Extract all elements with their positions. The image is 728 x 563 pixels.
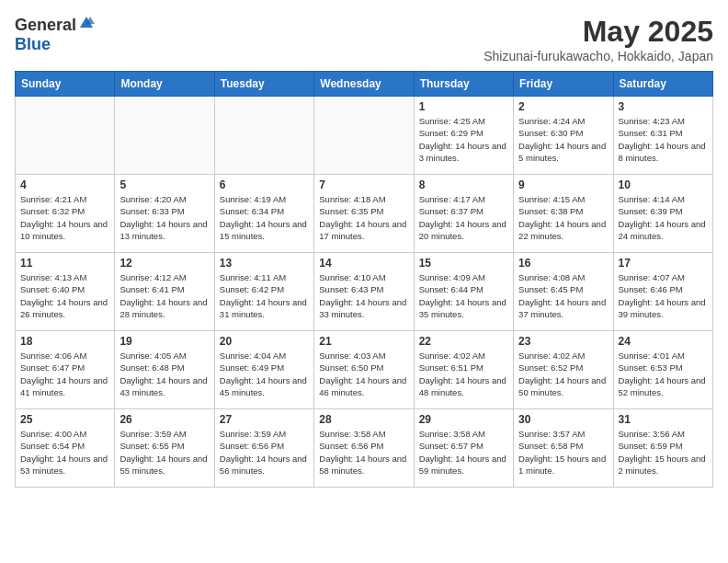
day-info: Sunrise: 4:21 AM Sunset: 6:32 PM Dayligh… xyxy=(20,193,109,242)
day-info: Sunrise: 4:23 AM Sunset: 6:31 PM Dayligh… xyxy=(619,115,708,164)
calendar-cell: 10Sunrise: 4:14 AM Sunset: 6:39 PM Dayli… xyxy=(613,175,712,253)
day-number: 7 xyxy=(319,178,408,191)
week-row-2: 4Sunrise: 4:21 AM Sunset: 6:32 PM Daylig… xyxy=(16,175,713,253)
day-info: Sunrise: 4:02 AM Sunset: 6:52 PM Dayligh… xyxy=(518,350,608,398)
day-number: 23 xyxy=(518,335,608,348)
weekday-header-friday: Friday xyxy=(514,72,613,97)
calendar-cell: 14Sunrise: 4:10 AM Sunset: 6:43 PM Dayli… xyxy=(314,253,414,331)
weekday-header-sunday: Sunday xyxy=(16,72,115,97)
day-number: 20 xyxy=(220,335,309,348)
day-number: 21 xyxy=(319,335,408,348)
title-block: May 2025 Shizunai-furukawacho, Hokkaido,… xyxy=(483,15,713,63)
day-number: 27 xyxy=(220,413,309,426)
day-number: 9 xyxy=(518,178,608,191)
day-number: 31 xyxy=(619,413,708,426)
day-number: 30 xyxy=(518,413,608,426)
weekday-header-tuesday: Tuesday xyxy=(214,72,313,97)
calendar-cell: 1Sunrise: 4:25 AM Sunset: 6:29 PM Daylig… xyxy=(414,97,513,175)
day-number: 6 xyxy=(220,178,309,191)
calendar-cell: 9Sunrise: 4:15 AM Sunset: 6:38 PM Daylig… xyxy=(514,175,613,253)
calendar-cell: 20Sunrise: 4:04 AM Sunset: 6:49 PM Dayli… xyxy=(214,331,313,409)
calendar-cell: 7Sunrise: 4:18 AM Sunset: 6:35 PM Daylig… xyxy=(314,175,414,253)
calendar-cell: 27Sunrise: 3:59 AM Sunset: 6:56 PM Dayli… xyxy=(214,409,313,488)
day-number: 8 xyxy=(419,178,508,191)
page-header: General Blue May 2025 Shizunai-furukawac… xyxy=(15,15,713,63)
weekday-header-saturday: Saturday xyxy=(613,72,712,97)
day-number: 11 xyxy=(20,257,109,270)
day-info: Sunrise: 4:20 AM Sunset: 6:33 PM Dayligh… xyxy=(119,193,209,242)
day-info: Sunrise: 3:57 AM Sunset: 6:58 PM Dayligh… xyxy=(518,428,608,477)
day-info: Sunrise: 4:09 AM Sunset: 6:44 PM Dayligh… xyxy=(419,271,508,320)
day-number: 17 xyxy=(619,257,708,270)
logo-general-text: General xyxy=(15,16,76,35)
calendar-cell: 26Sunrise: 3:59 AM Sunset: 6:55 PM Dayli… xyxy=(115,409,214,488)
calendar-cell: 17Sunrise: 4:07 AM Sunset: 6:46 PM Dayli… xyxy=(613,253,712,331)
calendar-cell xyxy=(16,97,115,175)
day-number: 29 xyxy=(419,413,508,426)
week-row-3: 11Sunrise: 4:13 AM Sunset: 6:40 PM Dayli… xyxy=(16,253,713,331)
calendar-cell: 23Sunrise: 4:02 AM Sunset: 6:52 PM Dayli… xyxy=(514,331,613,409)
calendar-cell: 31Sunrise: 3:56 AM Sunset: 6:59 PM Dayli… xyxy=(613,409,712,488)
day-info: Sunrise: 4:08 AM Sunset: 6:45 PM Dayligh… xyxy=(518,271,608,320)
day-info: Sunrise: 3:56 AM Sunset: 6:59 PM Dayligh… xyxy=(619,428,708,477)
day-info: Sunrise: 4:01 AM Sunset: 6:53 PM Dayligh… xyxy=(619,350,708,398)
logo-icon xyxy=(78,15,95,31)
day-number: 28 xyxy=(319,413,408,426)
calendar-cell: 5Sunrise: 4:20 AM Sunset: 6:33 PM Daylig… xyxy=(115,175,214,253)
calendar-cell: 24Sunrise: 4:01 AM Sunset: 6:53 PM Dayli… xyxy=(613,331,712,409)
day-number: 3 xyxy=(619,100,708,113)
weekday-header-row: SundayMondayTuesdayWednesdayThursdayFrid… xyxy=(16,72,713,97)
calendar-cell: 4Sunrise: 4:21 AM Sunset: 6:32 PM Daylig… xyxy=(16,175,115,253)
day-info: Sunrise: 3:58 AM Sunset: 6:57 PM Dayligh… xyxy=(419,428,508,477)
calendar-cell: 15Sunrise: 4:09 AM Sunset: 6:44 PM Dayli… xyxy=(414,253,513,331)
day-number: 10 xyxy=(619,178,708,191)
day-number: 1 xyxy=(419,100,508,113)
day-number: 22 xyxy=(419,335,508,348)
day-info: Sunrise: 4:10 AM Sunset: 6:43 PM Dayligh… xyxy=(319,271,408,320)
calendar-cell: 6Sunrise: 4:19 AM Sunset: 6:34 PM Daylig… xyxy=(214,175,313,253)
day-number: 16 xyxy=(518,257,608,270)
day-number: 24 xyxy=(619,335,708,348)
day-info: Sunrise: 4:19 AM Sunset: 6:34 PM Dayligh… xyxy=(220,193,309,242)
calendar-cell: 11Sunrise: 4:13 AM Sunset: 6:40 PM Dayli… xyxy=(16,253,115,331)
calendar-cell: 25Sunrise: 4:00 AM Sunset: 6:54 PM Dayli… xyxy=(16,409,115,488)
day-info: Sunrise: 4:13 AM Sunset: 6:40 PM Dayligh… xyxy=(20,271,109,320)
calendar-cell: 30Sunrise: 3:57 AM Sunset: 6:58 PM Dayli… xyxy=(514,409,613,488)
day-info: Sunrise: 3:59 AM Sunset: 6:55 PM Dayligh… xyxy=(119,428,209,477)
calendar-cell: 12Sunrise: 4:12 AM Sunset: 6:41 PM Dayli… xyxy=(115,253,214,331)
day-number: 25 xyxy=(20,413,109,426)
day-number: 13 xyxy=(220,257,309,270)
day-number: 4 xyxy=(20,178,109,191)
day-info: Sunrise: 4:06 AM Sunset: 6:47 PM Dayligh… xyxy=(20,350,109,398)
day-number: 5 xyxy=(119,178,209,191)
calendar-cell: 3Sunrise: 4:23 AM Sunset: 6:31 PM Daylig… xyxy=(613,97,712,175)
day-info: Sunrise: 4:03 AM Sunset: 6:50 PM Dayligh… xyxy=(319,350,408,398)
weekday-header-monday: Monday xyxy=(115,72,214,97)
calendar-cell: 13Sunrise: 4:11 AM Sunset: 6:42 PM Dayli… xyxy=(214,253,313,331)
day-info: Sunrise: 4:12 AM Sunset: 6:41 PM Dayligh… xyxy=(119,271,209,320)
week-row-1: 1Sunrise: 4:25 AM Sunset: 6:29 PM Daylig… xyxy=(16,97,713,175)
day-number: 19 xyxy=(119,335,209,348)
calendar-cell: 29Sunrise: 3:58 AM Sunset: 6:57 PM Dayli… xyxy=(414,409,513,488)
calendar-cell: 28Sunrise: 3:58 AM Sunset: 6:56 PM Dayli… xyxy=(314,409,414,488)
calendar-cell xyxy=(115,97,214,175)
day-info: Sunrise: 4:11 AM Sunset: 6:42 PM Dayligh… xyxy=(220,271,309,320)
logo-blue-text: Blue xyxy=(15,35,51,53)
weekday-header-thursday: Thursday xyxy=(414,72,513,97)
day-info: Sunrise: 4:00 AM Sunset: 6:54 PM Dayligh… xyxy=(20,428,109,477)
day-info: Sunrise: 4:15 AM Sunset: 6:38 PM Dayligh… xyxy=(518,193,608,242)
calendar-cell: 19Sunrise: 4:05 AM Sunset: 6:48 PM Dayli… xyxy=(115,331,214,409)
logo: General Blue xyxy=(15,15,95,54)
calendar-cell: 21Sunrise: 4:03 AM Sunset: 6:50 PM Dayli… xyxy=(314,331,414,409)
location-text: Shizunai-furukawacho, Hokkaido, Japan xyxy=(483,49,713,63)
day-number: 14 xyxy=(319,257,408,270)
calendar-cell: 22Sunrise: 4:02 AM Sunset: 6:51 PM Dayli… xyxy=(414,331,513,409)
day-info: Sunrise: 4:14 AM Sunset: 6:39 PM Dayligh… xyxy=(619,193,708,242)
calendar-cell: 2Sunrise: 4:24 AM Sunset: 6:30 PM Daylig… xyxy=(514,97,613,175)
day-info: Sunrise: 4:18 AM Sunset: 6:35 PM Dayligh… xyxy=(319,193,408,242)
day-info: Sunrise: 3:58 AM Sunset: 6:56 PM Dayligh… xyxy=(319,428,408,477)
weekday-header-wednesday: Wednesday xyxy=(314,72,414,97)
day-number: 26 xyxy=(119,413,209,426)
calendar-cell xyxy=(314,97,414,175)
calendar-cell xyxy=(214,97,313,175)
